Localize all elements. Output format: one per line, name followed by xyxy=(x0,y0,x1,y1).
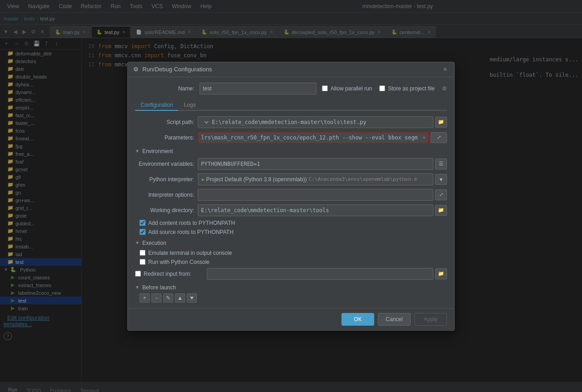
redirect-input-checkbox[interactable] xyxy=(135,271,141,277)
execution-section[interactable]: ▼ Execution xyxy=(135,240,447,246)
interp-options-row: Interpreter options: ⤢ xyxy=(135,189,447,201)
ok-button[interactable]: OK xyxy=(341,313,374,326)
working-dir-label: Working directory: xyxy=(135,207,194,213)
script-path-row: Script path: ▼ E:\relate_code\mmdetectio… xyxy=(135,116,447,128)
name-input[interactable] xyxy=(200,83,316,94)
allow-parallel-checkbox-label[interactable]: Allow parallel run xyxy=(322,85,372,92)
working-dir-row: Working directory: E:\relate_code\mmdete… xyxy=(135,204,447,216)
parameters-field: + xyxy=(198,132,429,144)
name-row: Name: Allow parallel run Store as projec… xyxy=(135,83,447,94)
script-path-value: E:\relate_code\mmdetection-master\tools\… xyxy=(212,119,366,125)
environment-section[interactable]: ▼ Environment xyxy=(135,148,447,154)
working-dir-browse-btn[interactable]: 📁 xyxy=(435,205,447,216)
python-interp-row: Python interpreter: ● Project Default (P… xyxy=(135,174,447,185)
redirect-input-label: Redirect input from: xyxy=(144,271,191,277)
dialog-close-button[interactable]: ✕ xyxy=(442,66,449,73)
dialog-overlay: ⚙ Run/Debug Configurations ✕ Name: Allow… xyxy=(0,0,582,392)
name-label: Name: xyxy=(135,85,194,92)
redirect-input-row: Redirect input from: 📁 xyxy=(135,268,447,280)
store-project-gear-icon[interactable]: ⚙ xyxy=(442,85,447,92)
script-path-label: Script path: xyxy=(135,119,194,125)
parameters-label: Parameters: xyxy=(135,134,194,141)
redirect-input-field xyxy=(207,268,433,280)
dialog-icon: ⚙ xyxy=(133,66,139,73)
env-collapse-icon: ▼ xyxy=(135,149,140,154)
store-project-checkbox-label[interactable]: Store as project file xyxy=(379,85,435,92)
parameters-input[interactable] xyxy=(201,134,421,141)
run-python-console-checkbox[interactable] xyxy=(140,259,146,265)
python-interp-dropdown-btn[interactable]: ▼ xyxy=(435,174,447,185)
emulate-terminal-label[interactable]: Emulate terminal in output console xyxy=(140,250,232,256)
emulate-terminal-row: Emulate terminal in output console xyxy=(135,250,447,256)
before-launch-edit-btn[interactable]: ✎ xyxy=(163,293,173,303)
tab-configuration[interactable]: Configuration xyxy=(135,100,178,111)
allow-parallel-checkbox[interactable] xyxy=(322,85,328,91)
store-project-checkbox[interactable] xyxy=(379,85,385,91)
run-python-console-label[interactable]: Run with Python Console xyxy=(140,259,210,265)
launch-controls: + − ✎ ▲ ▼ xyxy=(135,293,447,303)
working-dir-field: E:\relate_code\mmdetection-master\tools xyxy=(198,204,433,216)
dialog-tabs: Configuration Logs xyxy=(135,100,447,111)
add-source-roots-label[interactable]: Add source roots to PYTHONPATH xyxy=(140,229,234,235)
before-launch-add-btn[interactable]: + xyxy=(140,293,150,303)
dialog-body: Name: Allow parallel run Store as projec… xyxy=(128,77,454,308)
interp-options-expand-btn[interactable]: ⤢ xyxy=(435,189,447,200)
env-vars-label: Environment variables: xyxy=(135,161,194,167)
dialog-footer: OK Cancel Apply xyxy=(128,308,454,330)
python-interp-dot: ● xyxy=(201,176,204,183)
before-launch-up-btn[interactable]: ▲ xyxy=(175,293,185,303)
add-content-roots-row: Add content roots to PYTHONPATH xyxy=(135,220,447,226)
env-vars-row: Environment variables: PYTHONUNBUFFERED=… xyxy=(135,158,447,170)
add-source-roots-row: Add source roots to PYTHONPATH xyxy=(135,229,447,235)
cancel-button[interactable]: Cancel xyxy=(378,313,411,326)
apply-button[interactable]: Apply xyxy=(414,313,447,326)
interp-options-label: Interpreter options: xyxy=(135,192,194,198)
env-vars-edit-btn[interactable]: ☰ xyxy=(435,159,447,169)
interp-options-input[interactable] xyxy=(201,192,430,198)
exec-collapse-icon: ▼ xyxy=(135,240,140,245)
redirect-input-browse-btn[interactable]: 📁 xyxy=(435,268,447,279)
script-path-field: ▼ E:\relate_code\mmdetection-master\tool… xyxy=(198,116,433,128)
interp-options-field xyxy=(198,189,433,201)
add-content-roots-label[interactable]: Add content roots to PYTHONPATH xyxy=(140,220,235,226)
script-path-browse-btn[interactable]: 📁 xyxy=(435,117,447,128)
parameters-expand-icon[interactable]: + xyxy=(422,134,426,141)
add-content-roots-checkbox[interactable] xyxy=(140,220,146,226)
run-debug-dialog: ⚙ Run/Debug Configurations ✕ Name: Allow… xyxy=(127,62,455,331)
dialog-title-bar: ⚙ Run/Debug Configurations ✕ xyxy=(128,62,454,77)
script-type-select[interactable]: ▼ xyxy=(201,119,210,125)
tab-logs[interactable]: Logs xyxy=(178,100,201,111)
parameters-row: Parameters: + ⤢ xyxy=(135,132,447,144)
python-interp-field: ● Project Default (Python 3.8 (openmmlab… xyxy=(198,174,433,185)
env-vars-field: PYTHONUNBUFFERED=1 xyxy=(198,158,433,170)
before-launch-down-btn[interactable]: ▼ xyxy=(187,293,197,303)
before-launch-section[interactable]: ▼ Before launch xyxy=(135,284,447,291)
run-python-console-row: Run with Python Console xyxy=(135,259,447,265)
emulate-terminal-checkbox[interactable] xyxy=(140,250,146,256)
parameters-expand-btn[interactable]: ⤢ xyxy=(431,132,447,143)
dialog-title: ⚙ Run/Debug Configurations xyxy=(133,66,212,73)
before-launch-remove-btn[interactable]: − xyxy=(151,293,161,303)
add-source-roots-checkbox[interactable] xyxy=(140,229,146,235)
before-launch-collapse-icon: ▼ xyxy=(135,285,140,290)
redirect-input-input[interactable] xyxy=(210,271,430,277)
python-interp-label: Python interpreter: xyxy=(135,176,194,183)
